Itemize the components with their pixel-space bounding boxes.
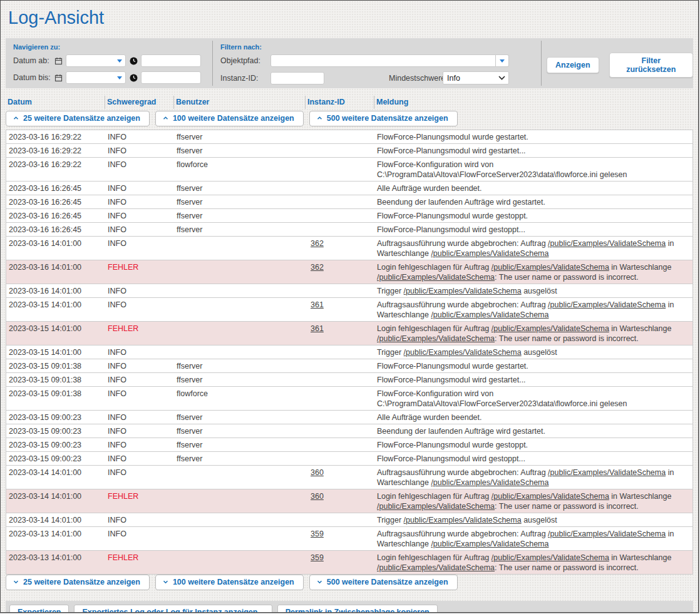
time-from-input[interactable] <box>141 54 201 67</box>
load-more-button[interactable]: 500 weitere Datensätze anzeigen <box>309 111 458 126</box>
objectpath-combobox <box>270 54 509 67</box>
object-path-link[interactable]: /public/Examples/ValidateSchema <box>377 502 495 511</box>
table-row: 2023-03-15 09:01:38INFOffserverFlowForce… <box>6 373 692 387</box>
object-path-link[interactable]: /public/Examples/ValidateSchema <box>404 516 522 524</box>
cell-schweregrad: INFO <box>105 284 174 297</box>
object-path-link[interactable]: /public/Examples/ValidateSchema <box>431 540 548 548</box>
cell-meldung: FlowForce-Planungsmodul wird gestartet..… <box>374 144 692 157</box>
instance-id-link[interactable]: 359 <box>311 553 324 562</box>
object-path-link[interactable]: /public/Examples/ValidateSchema <box>492 263 609 272</box>
table-row: 2023-03-13 14:01:00INFO359Auftragsausfüh… <box>6 527 692 551</box>
objectpath-label: Objektpfad: <box>220 56 270 65</box>
cell-datum: 2023-03-14 14:01:00 <box>6 489 105 513</box>
cell-meldung: Beendung der laufenden Aufträge wird ges… <box>374 424 692 437</box>
object-path-link[interactable]: /public/Examples/ValidateSchema <box>377 563 495 572</box>
clock-icon[interactable] <box>128 56 138 66</box>
instance-id-link[interactable]: 360 <box>311 492 324 501</box>
cell-benutzer: ffserver <box>174 424 306 437</box>
cell-schweregrad: INFO <box>105 527 174 550</box>
min-severity-select[interactable]: Info <box>443 71 509 84</box>
cell-datum: 2023-03-13 14:01:00 <box>6 551 105 574</box>
object-path-link[interactable]: /public/Examples/ValidateSchema <box>492 492 609 501</box>
copy-permalink-button[interactable]: Permalink in Zwischenablage kopieren <box>277 605 438 613</box>
cell-benutzer: ffserver <box>174 359 306 372</box>
date-from-combobox[interactable] <box>66 54 126 67</box>
load-more-button[interactable]: 100 weitere Datensätze anzeigen <box>155 111 304 126</box>
table-row: 2023-03-15 14:01:00INFOTrigger /public/E… <box>6 345 692 359</box>
table-row: 2023-03-15 14:01:00FEHLER361Login fehlge… <box>6 322 692 345</box>
column-header-instanz-id[interactable]: Instanz-ID <box>305 96 374 109</box>
time-to-input[interactable] <box>141 71 201 84</box>
table-row: 2023-03-16 14:01:00FEHLER362Login fehlge… <box>6 260 692 284</box>
load-more-button[interactable]: 25 weitere Datensätze anzeigen <box>6 111 150 126</box>
object-path-link[interactable]: /public/Examples/ValidateSchema <box>431 249 548 258</box>
reset-filter-button[interactable]: Filter zurücksetzen <box>609 53 693 78</box>
column-header-meldung[interactable]: Meldung <box>374 96 693 109</box>
filter-panel: Navigieren zu: Datum ab: Datum bis: <box>6 38 693 88</box>
table-row: 2023-03-16 16:26:45INFOffserverBeendung … <box>6 195 692 209</box>
column-header-schweregrad[interactable]: Schweregrad <box>105 96 173 109</box>
clock-icon[interactable] <box>128 73 138 83</box>
object-path-link[interactable]: /public/Examples/ValidateSchema <box>404 287 522 295</box>
instance-id-link[interactable]: 362 <box>311 239 324 248</box>
cell-instanz-id: 359 <box>306 527 374 550</box>
cell-instanz-id <box>306 130 374 143</box>
cell-benutzer <box>174 466 306 489</box>
cell-meldung: FlowForce-Planungsmodul wird gestoppt... <box>374 223 692 236</box>
object-path-link[interactable]: /public/Examples/ValidateSchema <box>492 324 609 333</box>
cell-schweregrad: FEHLER <box>105 260 174 284</box>
export-button[interactable]: Exportieren <box>9 605 69 613</box>
cell-schweregrad: INFO <box>105 387 174 410</box>
object-path-link[interactable]: /public/Examples/ValidateSchema <box>431 478 548 487</box>
calendar-icon[interactable] <box>53 56 63 66</box>
cell-schweregrad: INFO <box>105 144 174 157</box>
view-exported-log-button[interactable]: Exportiertes Log oder Log für Instanz an… <box>74 605 272 613</box>
cell-schweregrad: INFO <box>105 513 174 526</box>
instance-id-link[interactable]: 360 <box>311 468 324 477</box>
cell-benutzer <box>174 298 306 321</box>
date-from-input[interactable] <box>66 54 126 67</box>
instance-id-link[interactable]: 362 <box>311 263 324 272</box>
load-more-button[interactable]: 25 weitere Datensätze anzeigen <box>6 575 150 590</box>
instance-id-link[interactable]: 359 <box>311 530 324 538</box>
cell-datum: 2023-03-16 16:26:45 <box>6 223 105 236</box>
object-path-link[interactable]: /public/Examples/ValidateSchema <box>548 468 666 477</box>
instance-id-label: Instanz-ID: <box>220 74 270 83</box>
column-header-datum[interactable]: Datum <box>6 96 105 109</box>
page-title: Log-Ansicht <box>1 1 698 37</box>
object-path-link[interactable]: /public/Examples/ValidateSchema <box>548 239 666 248</box>
cell-meldung: Beendung der laufenden Aufträge wird ges… <box>374 195 692 208</box>
date-to-combobox[interactable] <box>66 71 126 84</box>
object-path-link[interactable]: /public/Examples/ValidateSchema <box>404 348 522 357</box>
object-path-link[interactable]: /public/Examples/ValidateSchema <box>548 300 666 309</box>
object-path-link[interactable]: /public/Examples/ValidateSchema <box>548 530 666 538</box>
cell-datum: 2023-03-15 14:01:00 <box>6 298 105 321</box>
cell-schweregrad: INFO <box>105 195 174 208</box>
table-row: 2023-03-15 09:01:38INFOflowforceFlowForc… <box>6 387 692 411</box>
cell-meldung: Trigger /public/Examples/ValidateSchema … <box>374 284 692 297</box>
cell-datum: 2023-03-16 16:26:45 <box>6 195 105 208</box>
objectpath-dropdown-button[interactable] <box>496 54 509 67</box>
show-button[interactable]: Anzeigen <box>547 57 599 73</box>
objectpath-input[interactable] <box>270 54 496 67</box>
object-path-link[interactable]: /public/Examples/ValidateSchema <box>377 273 495 282</box>
object-path-link[interactable]: /public/Examples/ValidateSchema <box>431 310 548 319</box>
load-more-button[interactable]: 100 weitere Datensätze anzeigen <box>155 575 304 590</box>
instance-id-input[interactable] <box>270 72 324 84</box>
table-row: 2023-03-15 09:01:38INFOffserverFlowForce… <box>6 359 692 373</box>
table-row: 2023-03-16 16:26:45INFOffserverAlle Auft… <box>6 182 692 195</box>
cell-schweregrad: INFO <box>105 373 174 386</box>
cell-benutzer <box>174 513 306 526</box>
load-more-button[interactable]: 500 weitere Datensätze anzeigen <box>309 575 458 590</box>
object-path-link[interactable]: /public/Examples/ValidateSchema <box>377 334 495 343</box>
cell-instanz-id <box>306 513 374 526</box>
calendar-icon[interactable] <box>53 73 63 83</box>
cell-meldung: Alle Aufträge wurden beendet. <box>374 182 692 195</box>
load-more-label: 500 weitere Datensätze anzeigen <box>327 114 448 123</box>
column-header-benutzer[interactable]: Benutzer <box>173 96 305 109</box>
instance-id-link[interactable]: 361 <box>311 300 324 309</box>
date-to-input[interactable] <box>66 71 126 84</box>
instance-id-link[interactable]: 361 <box>311 324 324 333</box>
cell-instanz-id <box>306 452 374 465</box>
object-path-link[interactable]: /public/Examples/ValidateSchema <box>492 553 609 562</box>
